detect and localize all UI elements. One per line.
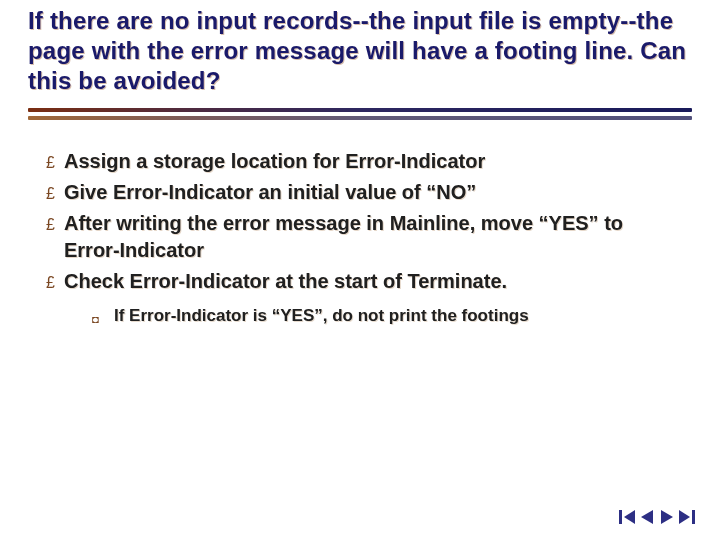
bullet-item: £ Check Error-Indicator at the start of … bbox=[46, 268, 684, 295]
svg-rect-0 bbox=[619, 510, 622, 524]
divider-line-top bbox=[28, 108, 692, 112]
bullet-item: £ After writing the error message in Mai… bbox=[46, 210, 684, 264]
triangle-left-icon bbox=[640, 510, 654, 524]
slide: If there are no input records--the input… bbox=[0, 0, 720, 540]
nav-next-button[interactable] bbox=[658, 508, 676, 526]
sub-bullet-item: ◘ If Error-Indicator is “YES”, do not pr… bbox=[92, 305, 684, 329]
skip-back-icon bbox=[619, 510, 635, 524]
bullet-text: After writing the error message in Mainl… bbox=[64, 210, 684, 264]
pound-bullet-icon: £ bbox=[46, 271, 64, 295]
title-divider bbox=[28, 108, 692, 120]
bullet-item: £ Assign a storage location for Error-In… bbox=[46, 148, 684, 175]
bullet-item: £ Give Error-Indicator an initial value … bbox=[46, 179, 684, 206]
nav-prev-button[interactable] bbox=[638, 508, 656, 526]
bullet-text: Assign a storage location for Error-Indi… bbox=[64, 148, 684, 175]
bullet-text: Give Error-Indicator an initial value of… bbox=[64, 179, 684, 206]
bullet-text: Check Error-Indicator at the start of Te… bbox=[64, 268, 684, 295]
svg-marker-2 bbox=[641, 510, 653, 524]
svg-marker-4 bbox=[679, 510, 690, 524]
nav-first-button[interactable] bbox=[618, 508, 636, 526]
pound-bullet-icon: £ bbox=[46, 151, 64, 175]
svg-marker-3 bbox=[661, 510, 673, 524]
divider-line-bottom bbox=[28, 116, 692, 120]
skip-forward-icon bbox=[679, 510, 695, 524]
sub-bullet-text: If Error-Indicator is “YES”, do not prin… bbox=[114, 305, 684, 327]
pound-bullet-icon: £ bbox=[46, 182, 64, 206]
svg-marker-1 bbox=[624, 510, 635, 524]
slide-body: £ Assign a storage location for Error-In… bbox=[28, 148, 692, 329]
slide-title: If there are no input records--the input… bbox=[28, 6, 692, 96]
slide-nav bbox=[618, 508, 696, 526]
square-bullet-icon: ◘ bbox=[92, 309, 114, 329]
pound-bullet-icon: £ bbox=[46, 213, 64, 237]
svg-rect-5 bbox=[692, 510, 695, 524]
triangle-right-icon bbox=[660, 510, 674, 524]
nav-last-button[interactable] bbox=[678, 508, 696, 526]
